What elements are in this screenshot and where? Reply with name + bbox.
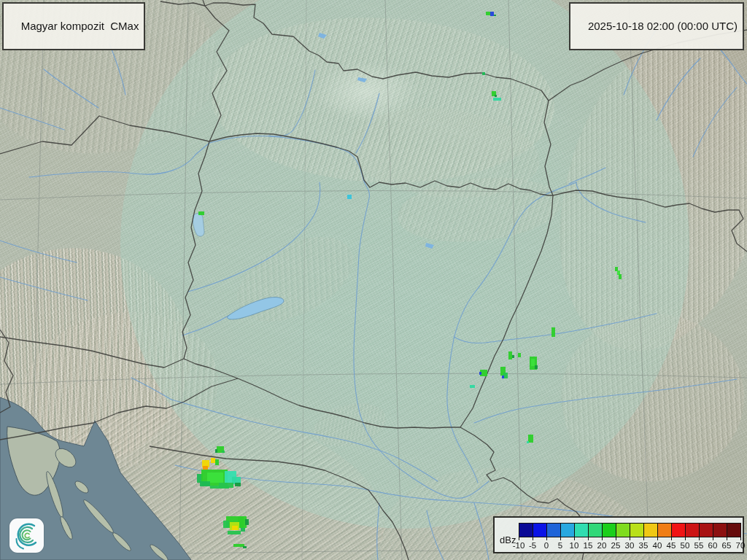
legend-tick-label: 5 bbox=[558, 541, 562, 550]
border-hu-ro bbox=[460, 195, 553, 427]
radar-echo bbox=[347, 195, 352, 199]
radar-echo bbox=[222, 451, 225, 453]
legend-tick-label: 45 bbox=[667, 541, 676, 550]
legend-tick bbox=[602, 536, 603, 540]
legend-tick bbox=[643, 536, 644, 540]
legend-cell bbox=[616, 523, 630, 537]
legend-cell bbox=[671, 523, 686, 537]
legend-tick bbox=[727, 536, 727, 540]
legend-cell bbox=[727, 523, 741, 537]
hungaromet-logo bbox=[9, 518, 44, 553]
radar-echo bbox=[508, 351, 512, 359]
legend-cell bbox=[588, 523, 603, 537]
legend-tick bbox=[588, 536, 589, 540]
legend-tick bbox=[560, 536, 561, 540]
legend-cell bbox=[602, 523, 616, 537]
radar-echo bbox=[211, 458, 215, 463]
border-at-si bbox=[0, 337, 184, 368]
border-sk-pl bbox=[160, 1, 549, 101]
legend-tick-label: 55 bbox=[694, 541, 704, 550]
river-vah bbox=[268, 70, 315, 136]
border-at-cz bbox=[0, 116, 209, 154]
legend-cell bbox=[657, 523, 672, 537]
timestamp-box: 2025-10-18 02:00 (00:00 UTC) bbox=[569, 2, 744, 50]
radar-echo bbox=[232, 526, 238, 530]
radar-echo bbox=[233, 544, 244, 547]
radar-echo bbox=[615, 267, 618, 271]
legend-tick-label: -10 bbox=[513, 541, 525, 550]
border-hr-ba bbox=[150, 446, 409, 560]
legend-cell bbox=[533, 523, 547, 537]
legend-cell bbox=[519, 523, 533, 537]
product-title: Magyar kompozit CMax bbox=[21, 20, 139, 32]
legend-cell bbox=[574, 523, 589, 537]
radar-echo bbox=[243, 546, 247, 548]
radar-echo bbox=[495, 95, 497, 97]
legend-cell bbox=[713, 523, 727, 537]
legend-cell bbox=[699, 523, 713, 537]
border-cz-sk bbox=[203, 0, 229, 141]
legend-color-cells bbox=[519, 523, 741, 537]
legend-tick-label: 70 bbox=[736, 541, 746, 550]
lakes bbox=[193, 33, 434, 319]
radar-echo bbox=[527, 441, 529, 443]
radar-echo bbox=[518, 353, 521, 357]
radar-echo bbox=[470, 385, 475, 388]
legend-tick-label: 10 bbox=[570, 541, 579, 550]
timestamp-label: 2025-10-18 02:00 (00:00 UTC) bbox=[588, 20, 738, 32]
lake-liptovska-mara bbox=[357, 77, 367, 82]
radar-echo bbox=[245, 519, 249, 525]
radar-echo bbox=[215, 459, 219, 465]
radar-echo bbox=[551, 327, 555, 337]
radar-echo bbox=[479, 372, 481, 375]
radar-echo bbox=[490, 12, 494, 16]
legend-tick-label: 50 bbox=[681, 541, 690, 550]
spiral-logo-icon bbox=[9, 518, 44, 553]
legend-tick-label: 25 bbox=[611, 541, 621, 550]
legend-tick-label: 0 bbox=[544, 541, 549, 550]
legend-tick bbox=[713, 536, 713, 540]
radar-echo bbox=[207, 472, 223, 483]
radar-echo bbox=[528, 435, 533, 443]
legend-tick bbox=[546, 536, 547, 540]
map-vector-layer bbox=[0, 0, 747, 560]
river-szamos bbox=[576, 182, 646, 222]
legend-cell bbox=[643, 523, 658, 537]
radar-echoes bbox=[197, 12, 622, 548]
radar-echo bbox=[200, 481, 210, 486]
legend-tick-label: -5 bbox=[529, 541, 536, 550]
legend-cell bbox=[630, 523, 644, 537]
border-hu-hr-rs bbox=[184, 359, 460, 428]
river-raba bbox=[188, 182, 320, 292]
legend-tick bbox=[533, 536, 533, 540]
dbz-legend: dBz -10-50510152025303540455055606570 bbox=[493, 516, 744, 553]
legend-cell bbox=[546, 523, 561, 537]
radar-echo bbox=[215, 449, 217, 453]
lake-balaton bbox=[228, 298, 284, 319]
river-maros bbox=[474, 379, 737, 423]
legend-tick bbox=[699, 536, 700, 540]
radar-echo bbox=[198, 211, 204, 215]
radar-echo bbox=[493, 98, 501, 101]
legend-tick bbox=[616, 536, 616, 540]
lake-orava bbox=[318, 33, 327, 39]
legend-tick-label: 30 bbox=[625, 541, 635, 550]
lake-neusiedl bbox=[193, 214, 204, 236]
legend-tick-label: 35 bbox=[639, 541, 649, 550]
radar-echo bbox=[512, 355, 514, 358]
legend-tick bbox=[630, 536, 630, 540]
border-hu-sk bbox=[209, 133, 553, 195]
legend-cell bbox=[685, 523, 700, 537]
border-at-hu bbox=[182, 141, 209, 359]
radar-echo bbox=[619, 274, 622, 279]
river-hron bbox=[356, 93, 379, 153]
radar-echo bbox=[502, 376, 504, 378]
radar-echo bbox=[241, 528, 245, 532]
radar-echo bbox=[535, 365, 538, 369]
legend-tick-label: 60 bbox=[708, 541, 718, 550]
product-title-box: Magyar kompozit CMax bbox=[2, 2, 145, 50]
radar-echo bbox=[494, 15, 496, 16]
radar-echo bbox=[203, 466, 208, 470]
border-sk-ua bbox=[544, 101, 553, 195]
legend-tick bbox=[671, 536, 672, 540]
